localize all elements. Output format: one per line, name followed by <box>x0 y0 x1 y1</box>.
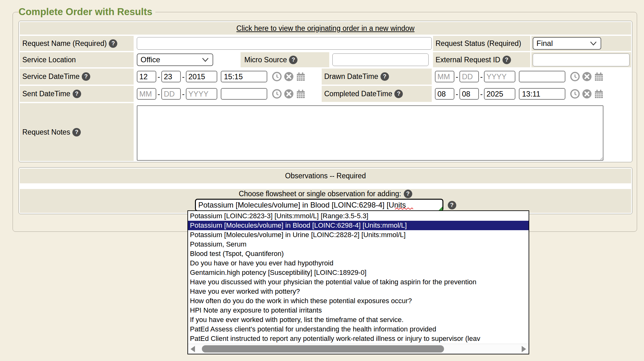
drawn-time-input[interactable] <box>519 71 565 82</box>
request-notes-cell <box>135 103 631 161</box>
sent-month-input[interactable] <box>137 88 156 100</box>
chevron-down-icon <box>202 58 209 62</box>
micro-source-cell <box>330 52 432 67</box>
calendar-icon[interactable] <box>594 89 604 99</box>
service-location-select[interactable]: Office <box>137 53 213 66</box>
drawn-day-input[interactable] <box>459 71 479 82</box>
list-item[interactable]: Blood test (Tspot, Quantiferon) <box>188 249 529 258</box>
list-item[interactable]: Potassium [Molecules/volume] in Urine [L… <box>188 230 529 240</box>
list-item[interactable]: Have you ever worked with pottery? <box>188 287 529 296</box>
complete-order-page: Complete Order with Results Click here t… <box>0 0 644 361</box>
list-item[interactable]: Potassium [LOINC:2823-3] [Units:mmol/L] … <box>188 211 529 221</box>
observations-header: Observations -- Required <box>20 169 631 183</box>
drawn-datetime-label-cell: Drawn DateTime ? <box>322 69 432 85</box>
complete-order-fieldset: Complete Order with Results Click here t… <box>13 6 637 232</box>
service-time-input[interactable] <box>221 71 267 82</box>
observation-search-input[interactable] <box>195 199 443 211</box>
clock-icon[interactable] <box>272 89 282 99</box>
list-item[interactable]: PatEd Client instructed to report any po… <box>188 334 529 343</box>
list-item[interactable]: Gentamicin.high potency [Susceptibility]… <box>188 268 529 277</box>
micro-source-label: Micro Source <box>244 56 287 64</box>
view-originating-order-link[interactable]: Click here to view the originating order… <box>236 24 414 33</box>
list-item[interactable]: HPI Note any exposure to potential irrit… <box>188 306 529 315</box>
service-datetime-label-cell: Service DateTime ? <box>20 69 134 85</box>
drawn-year-input[interactable] <box>484 71 515 82</box>
sent-year-input[interactable] <box>186 88 217 100</box>
external-request-id-input[interactable] <box>533 53 630 66</box>
help-icon[interactable]: ? <box>289 56 297 64</box>
drawn-month-input[interactable] <box>435 71 454 82</box>
order-form-table: Click here to view the originating order… <box>19 21 632 162</box>
sent-time-input[interactable] <box>221 88 267 100</box>
sent-datetime-label-cell: Sent DateTime ? <box>20 86 134 102</box>
list-item[interactable]: Do you have or have you ever had hypothy… <box>188 258 529 268</box>
sent-day-input[interactable] <box>161 88 181 100</box>
help-icon[interactable]: ? <box>380 72 389 81</box>
completed-datetime-label: Completed DateTime <box>324 90 392 98</box>
help-icon[interactable]: ? <box>82 72 90 81</box>
drawn-datetime-cell: - - <box>433 69 631 85</box>
clear-icon[interactable] <box>284 89 294 99</box>
chevron-down-icon <box>590 41 597 46</box>
autocomplete-items: Potassium [LOINC:2823-3] [Units:mmol/L] … <box>188 211 529 343</box>
choose-observation-label: Choose flowsheet or single observation f… <box>239 190 401 198</box>
list-item[interactable]: How often do you do the work in which th… <box>188 296 529 306</box>
request-status-select[interactable]: Final <box>533 37 601 50</box>
service-datetime-label: Service DateTime <box>22 72 80 81</box>
request-status-label-cell: Request Status (Required) <box>433 36 530 51</box>
external-request-id-label-cell: External Request ID ? <box>433 52 530 67</box>
external-request-id-cell <box>531 52 631 67</box>
micro-source-input[interactable] <box>332 53 429 66</box>
clock-icon[interactable] <box>272 72 282 81</box>
request-name-input[interactable] <box>137 37 432 50</box>
external-request-id-label: External Request ID <box>436 56 500 64</box>
scrollbar-thumb[interactable] <box>202 345 444 353</box>
request-notes-label: Request Notes <box>22 128 70 136</box>
list-item[interactable]: Have you discussed with your physician t… <box>188 277 529 287</box>
list-item[interactable]: Potassium [Molecules/volume] in Blood [L… <box>188 221 529 230</box>
help-icon[interactable]: ? <box>109 39 117 48</box>
completed-datetime-cell: - - <box>433 86 631 102</box>
service-day-input[interactable] <box>161 71 181 82</box>
request-notes-textarea[interactable] <box>137 105 603 161</box>
list-item[interactable]: Potassium, Serum <box>188 240 529 249</box>
completed-day-input[interactable] <box>459 88 479 100</box>
sent-datetime-label: Sent DateTime <box>22 90 70 98</box>
scroll-right-icon[interactable] <box>522 346 526 352</box>
clear-icon[interactable] <box>582 89 592 99</box>
scroll-left-icon[interactable] <box>191 346 195 352</box>
service-location-label-cell: Service Location <box>20 52 134 67</box>
help-icon[interactable]: ? <box>502 56 511 64</box>
calendar-icon[interactable] <box>594 72 604 81</box>
observations-choose-row: Choose flowsheet or single observation f… <box>20 189 631 213</box>
service-datetime-cell: - - <box>135 69 320 85</box>
help-icon[interactable]: ? <box>73 90 81 98</box>
request-name-label-cell: Request Name (Required) ? <box>20 36 134 51</box>
completed-time-input[interactable] <box>519 88 565 100</box>
calendar-icon[interactable] <box>296 72 306 81</box>
calendar-icon[interactable] <box>296 89 306 99</box>
service-month-input[interactable] <box>137 71 156 82</box>
list-item[interactable]: If you have ever worked with pottery, li… <box>188 315 529 325</box>
completed-datetime-label-cell: Completed DateTime ? <box>322 86 432 102</box>
sent-datetime-cell: - - <box>135 86 320 102</box>
horizontal-scrollbar[interactable] <box>188 344 529 354</box>
help-icon[interactable]: ? <box>72 128 81 136</box>
request-name-cell <box>135 36 432 51</box>
list-item[interactable]: PatEd Assess client's potential for unde… <box>188 325 529 334</box>
completed-month-input[interactable] <box>435 88 454 100</box>
originating-order-row: Click here to view the originating order… <box>20 22 631 35</box>
clock-icon[interactable] <box>570 72 580 81</box>
help-icon[interactable]: ? <box>404 190 412 198</box>
help-icon[interactable]: ? <box>448 201 456 209</box>
clear-icon[interactable] <box>582 72 592 81</box>
observations-box: Observations -- Required Choose flowshee… <box>19 167 632 214</box>
help-icon[interactable]: ? <box>394 90 403 98</box>
service-location-label: Service Location <box>22 56 76 64</box>
completed-year-input[interactable] <box>484 88 515 100</box>
clock-icon[interactable] <box>570 89 580 99</box>
clear-icon[interactable] <box>284 72 294 81</box>
request-name-label: Request Name (Required) <box>22 39 107 48</box>
service-year-input[interactable] <box>186 71 217 82</box>
request-status-label: Request Status (Required) <box>436 39 521 48</box>
